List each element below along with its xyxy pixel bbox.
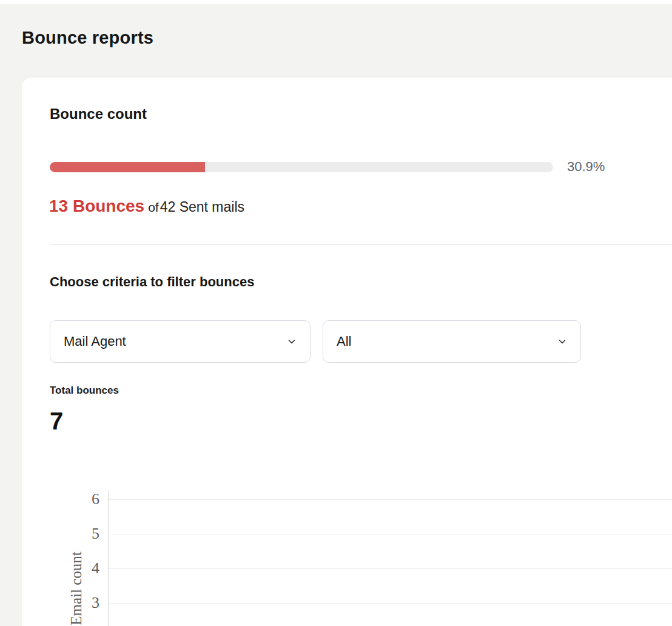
progress-fill <box>50 162 205 172</box>
chevron-down-icon <box>557 337 567 346</box>
chevron-down-icon <box>287 337 297 346</box>
filter-heading: Choose criteria to filter bounces <box>50 274 254 290</box>
filter-criteria-dropdown[interactable]: Mail Agent <box>50 320 311 363</box>
bounce-summary: 13 Bouncesof42 Sent mails <box>49 197 244 216</box>
card-heading: Bounce count <box>50 106 147 123</box>
chart-gridline <box>109 603 672 604</box>
chart-y-tick-label: 5 <box>70 524 99 544</box>
chart-gridline <box>109 568 672 569</box>
chart-gridline <box>109 499 672 500</box>
top-strip <box>0 0 672 4</box>
bounce-chart: 6543 <box>108 490 672 626</box>
filter-value-value: All <box>337 334 351 349</box>
chart-y-axis-line <box>108 490 109 626</box>
chart-y-axis-label: Email count <box>68 551 85 625</box>
sent-mails-text: 42 Sent mails <box>160 199 244 215</box>
section-divider <box>50 244 672 245</box>
bounce-progress-bar <box>50 162 553 172</box>
bounce-count-card: Bounce count 30.9% 13 Bouncesof42 Sent m… <box>22 78 672 626</box>
chart-gridline <box>109 534 672 534</box>
page-title: Bounce reports <box>22 28 153 48</box>
summary-connector: of <box>148 200 159 214</box>
filter-value-dropdown[interactable]: All <box>323 320 581 363</box>
total-bounces-value: 7 <box>50 408 63 435</box>
progress-percent-label: 30.9% <box>567 159 605 175</box>
bounce-count-text: 13 Bounces <box>49 197 144 215</box>
filter-criteria-value: Mail Agent <box>64 334 126 349</box>
total-bounces-label: Total bounces <box>50 385 119 397</box>
chart-y-tick-label: 6 <box>70 490 99 509</box>
